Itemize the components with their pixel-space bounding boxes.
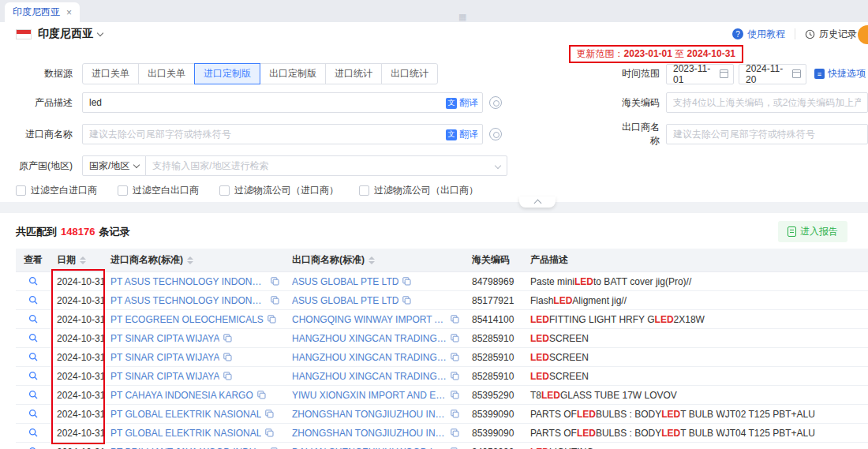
- importer-link[interactable]: PT GLOBAL ELEKTRIK NASIONAL: [110, 428, 261, 439]
- exporter-link[interactable]: HANGZHOU XINGCAN TRADING CO LTD: [292, 333, 447, 344]
- exporter-link[interactable]: DALIAN SHENGZHIHUI WOOD INDUST...: [292, 447, 447, 449]
- copy-icon[interactable]: [268, 315, 276, 324]
- view-details-icon[interactable]: [28, 371, 39, 381]
- tab-close-icon[interactable]: ×: [66, 7, 72, 18]
- column-header[interactable]: 进口商名称(标准): [104, 253, 286, 267]
- country-name[interactable]: 印度尼西亚: [38, 27, 93, 41]
- column-header[interactable]: 出口商名称(标准): [286, 253, 466, 267]
- history-button[interactable]: 历史记录: [805, 28, 857, 41]
- exporter-link[interactable]: HANGZHOU XINGCAN TRADING CO LTD: [292, 352, 447, 363]
- view-details-icon[interactable]: [28, 409, 39, 419]
- copy-icon[interactable]: [223, 372, 232, 380]
- date-to-input[interactable]: 2024-11-20: [739, 64, 806, 84]
- importer-link[interactable]: PT ASUS TECHNOLOGY INDONESIA BA...: [110, 276, 267, 287]
- data-source-tab[interactable]: 进口统计: [325, 63, 382, 84]
- importer-link[interactable]: PT GLOBAL ELEKTRIK NASIONAL: [110, 409, 261, 420]
- translate-button[interactable]: 文 翻译: [446, 96, 478, 110]
- report-icon: [788, 226, 796, 237]
- target-icon[interactable]: [489, 96, 502, 109]
- importer-link[interactable]: PT SINAR CIPTA WIJAYA: [110, 352, 219, 363]
- header-divider: [795, 28, 795, 39]
- exporter-link[interactable]: ZHONGSHAN TONGJIUZHOU INTERNA...: [292, 428, 447, 439]
- filter-checkbox[interactable]: 过滤物流公司（进口商）: [219, 184, 339, 197]
- copy-icon[interactable]: [451, 372, 459, 380]
- exporter-link[interactable]: ASUS GLOBAL PTE LTD: [292, 276, 398, 287]
- sort-icons[interactable]: [80, 256, 86, 264]
- report-button-label: 进入报告: [800, 225, 838, 238]
- copy-icon[interactable]: [257, 391, 266, 399]
- copy-icon[interactable]: [271, 277, 279, 286]
- copy-icon[interactable]: [451, 353, 459, 361]
- hs-code-cell: 85285910: [466, 371, 524, 382]
- sort-icons[interactable]: [187, 256, 193, 264]
- page-tab[interactable]: 印度尼西亚 ×: [5, 2, 80, 22]
- checkbox-icon[interactable]: [359, 185, 369, 196]
- data-source-tab[interactable]: 出口关单: [138, 63, 195, 84]
- data-source-tab[interactable]: 进口定制版: [194, 63, 260, 84]
- importer-link[interactable]: PT ECOGREEN OLEOCHEMICALS: [110, 314, 264, 325]
- tutorial-link[interactable]: ? 使用教程: [732, 28, 785, 41]
- view-details-icon[interactable]: [28, 390, 39, 400]
- date-from-input[interactable]: 2023-11-01: [666, 64, 734, 84]
- copy-icon[interactable]: [402, 277, 411, 286]
- checkbox-icon[interactable]: [219, 185, 230, 196]
- product-desc-input[interactable]: [82, 92, 483, 113]
- importer-link[interactable]: PT ASUS TECHNOLOGY INDONESIA BA...: [110, 295, 267, 306]
- importer-link[interactable]: PT CAHAYA INDONESIA KARGO: [110, 390, 253, 401]
- copy-icon[interactable]: [271, 296, 279, 305]
- data-source-tab[interactable]: 出口定制版: [260, 63, 326, 84]
- exporter-link[interactable]: YIWU XIONGXIN IMPORT AND EXPORT...: [292, 390, 447, 401]
- data-source-tab[interactable]: 进口关单: [82, 63, 139, 84]
- exporter-link[interactable]: HANGZHOU XINGCAN TRADING CO LTD: [292, 371, 447, 382]
- copy-icon[interactable]: [451, 410, 459, 418]
- importer-input[interactable]: [82, 124, 483, 144]
- copy-icon[interactable]: [451, 334, 459, 342]
- view-details-icon[interactable]: [28, 314, 39, 324]
- exporter-input[interactable]: [666, 124, 868, 144]
- view-details-icon[interactable]: [28, 352, 39, 362]
- exporter-link[interactable]: CHONGQING WINWAY IMPORT AND E...: [292, 314, 447, 325]
- date-from-value: 2023-11-01: [673, 63, 715, 85]
- exporter-link[interactable]: ASUS GLOBAL PTE LTD: [292, 295, 398, 306]
- data-source-tab[interactable]: 出口统计: [381, 63, 438, 84]
- exporter-link[interactable]: ZHONGSHAN TONGJIUZHOU INTERNA...: [292, 409, 447, 420]
- importer-link[interactable]: PT BRILLIANT JAYA WOOD INDUSTRY: [110, 447, 267, 449]
- copy-icon[interactable]: [265, 428, 274, 437]
- copy-icon[interactable]: [451, 315, 459, 324]
- copy-icon[interactable]: [402, 296, 411, 305]
- column-header[interactable]: 日期: [51, 253, 104, 267]
- view-details-icon[interactable]: [28, 333, 39, 343]
- filter-checkbox[interactable]: 过滤物流公司（出口商）: [359, 184, 478, 197]
- view-details-icon[interactable]: [28, 276, 39, 286]
- tabbar-menu-icon[interactable]: ▦: [458, 12, 466, 22]
- origin-country-select[interactable]: 国家/地区: [82, 155, 146, 176]
- importer-link[interactable]: PT SINAR CIPTA WIJAYA: [110, 333, 219, 344]
- copy-icon[interactable]: [223, 334, 232, 342]
- column-header: 产品描述: [524, 253, 868, 267]
- filter-checkbox[interactable]: 过滤空白进口商: [16, 184, 97, 197]
- view-details-icon[interactable]: [28, 295, 39, 305]
- collapse-filters-button[interactable]: [519, 196, 556, 208]
- filter-checkbox[interactable]: 过滤空白出口商: [118, 184, 199, 197]
- checkbox-icon[interactable]: [118, 185, 128, 196]
- enter-report-button[interactable]: 进入报告: [778, 221, 847, 242]
- copy-icon[interactable]: [451, 391, 459, 399]
- view-details-icon[interactable]: [28, 428, 39, 438]
- sort-icons[interactable]: [369, 256, 375, 264]
- update-range-from: 2023-01-01: [624, 48, 672, 59]
- importer-label: 进口商名称: [16, 128, 82, 141]
- date-cell: 2024-10-31: [51, 314, 104, 325]
- target-icon[interactable]: [489, 128, 502, 140]
- date-cell: 2024-10-31: [51, 371, 104, 382]
- customs-code-input[interactable]: [666, 92, 868, 113]
- filter-panel: 数据源 进口关单出口关单进口定制版出口定制版进口统计出口统计 时间范围 2023…: [0, 46, 868, 197]
- quick-options-link[interactable]: ≡ 快捷选项: [814, 67, 866, 80]
- origin-country-input[interactable]: [145, 155, 507, 176]
- copy-icon[interactable]: [451, 428, 459, 437]
- translate-button[interactable]: 文 翻译: [446, 128, 478, 141]
- checkbox-icon[interactable]: [16, 185, 26, 196]
- importer-link[interactable]: PT SINAR CIPTA WIJAYA: [110, 371, 219, 382]
- copy-icon[interactable]: [223, 353, 232, 361]
- copy-icon[interactable]: [265, 410, 274, 418]
- chevron-down-icon[interactable]: [97, 29, 103, 36]
